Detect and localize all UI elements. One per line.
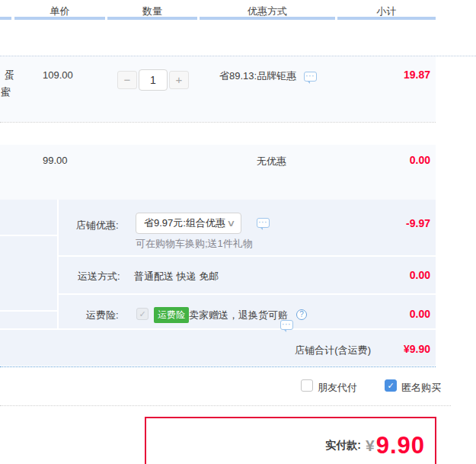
shop-discount-select[interactable]: 省9.97元:组合优惠 ∨ — [136, 213, 241, 234]
comment-icon[interactable]: ··· — [257, 218, 270, 228]
shop-total-amount: ¥9.90 — [404, 343, 430, 355]
item-subtotal: 19.87 — [404, 69, 430, 81]
shop-discount-selected-option: 省9.97元:组合优惠 — [144, 216, 228, 230]
item-row: 蛋 蜜 109.00 − + 省89.13:品牌钜惠 ··· 19.87 — [0, 56, 436, 122]
chevron-down-icon: ∨ — [226, 218, 235, 229]
header-underline-segment — [14, 17, 105, 20]
item-unit-price: 99.00 — [43, 155, 68, 166]
freight-insurance-label: 运费险: — [86, 309, 119, 322]
shop-total-label: 店铺合计(含运费) — [295, 344, 371, 357]
comment-icon[interactable]: ··· — [304, 72, 317, 82]
payment-total-box: 实付款: ¥ 9.90 — [145, 417, 436, 464]
item-row: 99.00 无优惠 0.00 — [0, 145, 436, 200]
divider — [59, 255, 436, 257]
payment-label: 实付款: — [325, 439, 361, 453]
freight-insurance-checkbox[interactable]: ✓ — [136, 308, 149, 320]
header-underline-segment — [0, 17, 11, 20]
friend-pay-label[interactable]: 朋友代付 — [318, 381, 357, 395]
divider — [0, 405, 451, 406]
anonymous-buy-checkbox[interactable]: ✓ — [385, 379, 397, 392]
shipping-amount: 0.00 — [410, 269, 430, 281]
comment-icon[interactable]: ··· — [280, 320, 293, 330]
item-unit-price: 109.00 — [43, 69, 73, 81]
quantity-decrease-button[interactable]: − — [117, 71, 137, 89]
freight-insurance-desc: 卖家赠送，退换货可赔 — [189, 309, 288, 322]
divider — [0, 310, 57, 312]
shop-summary-section: 店铺优惠: 省9.97元:组合优惠 ∨ ··· 可在购物车换购;送1件礼物 -9… — [0, 200, 436, 366]
item-discount-text: 省89.13:品牌钜惠 — [219, 69, 296, 83]
freight-insurance-badge: 运费险 — [154, 307, 189, 323]
divider — [59, 293, 436, 295]
divider — [57, 200, 59, 328]
divider — [0, 328, 436, 330]
currency-symbol: ¥ — [366, 437, 375, 455]
shipping-method-label: 运送方式: — [78, 270, 120, 283]
freight-insurance-amount: 0.00 — [410, 308, 430, 320]
comment-dots: ··· — [259, 219, 268, 226]
comment-dots: ··· — [283, 322, 292, 328]
friend-pay-checkbox[interactable] — [301, 379, 313, 392]
shop-discount-note: 可在购物车换购;送1件礼物 — [136, 237, 253, 251]
quantity-input[interactable] — [139, 69, 168, 91]
item-title-fragment: 蛋 — [5, 69, 14, 82]
item-title-fragment: 蜜 — [1, 85, 11, 99]
divider — [0, 366, 436, 367]
header-underline-segment — [337, 17, 436, 20]
item-subtotal: 0.00 — [410, 154, 430, 166]
checkout-page: 单价 数量 优惠方式 小计 蛋 蜜 109.00 − + 省89.13:品牌钜惠… — [0, 0, 476, 464]
item-discount-text: 无优惠 — [257, 155, 286, 168]
comment-dots: ··· — [306, 73, 315, 80]
header-underline-segment — [200, 17, 335, 20]
payment-amount: 9.90 — [376, 432, 425, 459]
divider — [0, 122, 436, 123]
anonymous-buy-label[interactable]: 匿名购买 — [401, 381, 441, 395]
quantity-increase-button[interactable]: + — [169, 71, 189, 89]
header-underline-segment — [107, 17, 197, 20]
help-icon[interactable]: ? — [296, 309, 307, 320]
shop-discount-amount: -9.97 — [406, 217, 430, 229]
shop-discount-label: 店铺优惠: — [76, 219, 119, 232]
divider — [0, 235, 57, 236]
shipping-method-value[interactable]: 普通配送 快递 免邮 — [134, 270, 219, 283]
